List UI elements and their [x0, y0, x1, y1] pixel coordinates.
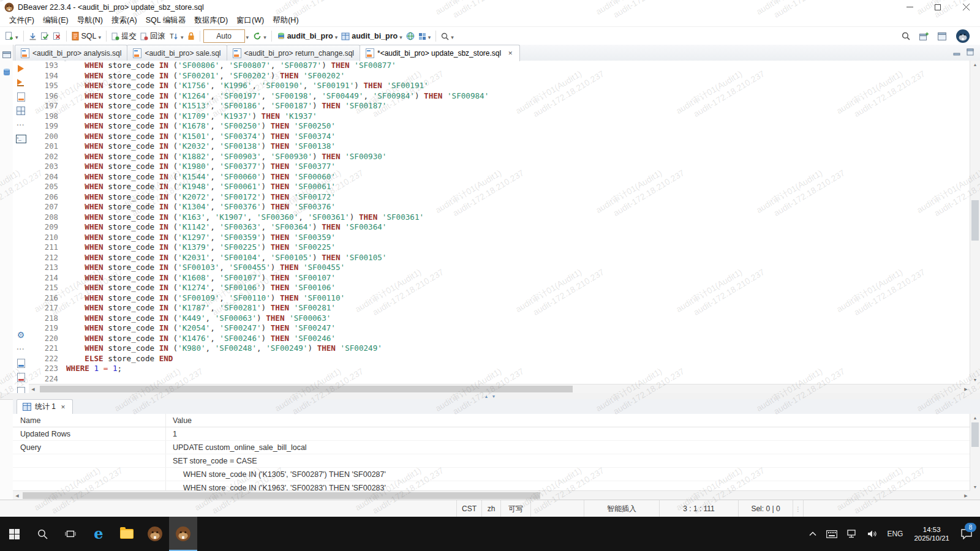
- result-value-cell[interactable]: WHEN store_code IN ('K1963', 'SF00283') …: [166, 481, 970, 490]
- more-actions-button[interactable]: ···: [16, 120, 26, 130]
- dbeaver-taskbar-button[interactable]: [141, 517, 169, 551]
- code-line[interactable]: WHEN store_code IN ('K2031', 'SF00104', …: [66, 253, 970, 263]
- isolation-combo[interactable]: Auto: [203, 29, 245, 43]
- quick-search-icon[interactable]: [900, 31, 912, 42]
- dbeaver-menu-button[interactable]: [954, 28, 972, 45]
- code-line[interactable]: WHEN store_code IN ('K1544', 'SF00060') …: [66, 172, 970, 182]
- isolation-combo-caret-icon[interactable]: [246, 31, 249, 42]
- scroll-up-arrow-icon[interactable]: ▲: [970, 414, 980, 421]
- code-line[interactable]: WHEN store_code IN ('K1274', 'SF00106') …: [66, 283, 970, 293]
- rollback-icon-button[interactable]: [51, 31, 63, 42]
- results-hscroll-thumb[interactable]: [23, 492, 540, 499]
- code-line[interactable]: WHEN store_code IN ('K163', 'K1907', 'SF…: [66, 212, 970, 223]
- splitter-down-arrow-icon[interactable]: ▼: [492, 394, 496, 399]
- language-indicator[interactable]: ENG: [882, 530, 908, 538]
- table-row[interactable]: QueryUPDATE custom_online_sale_bill_loca…: [13, 441, 970, 454]
- menu-item[interactable]: 文件(F): [5, 15, 39, 26]
- tab-close-icon[interactable]: [507, 50, 514, 57]
- open-console-button[interactable]: [16, 134, 26, 144]
- schema-selector[interactable]: audit_bi_pro: [339, 29, 404, 43]
- result-value-cell[interactable]: UPDATE custom_online_sale_bill_local: [166, 441, 970, 454]
- code-line[interactable]: WHEN store_code IN ('K1709', 'K1937') TH…: [66, 111, 970, 122]
- code-line[interactable]: WHEN store_code IN ('K1980', 'SF00377') …: [66, 162, 970, 172]
- menu-item[interactable]: 导航(N): [73, 15, 107, 26]
- scroll-down-arrow-icon[interactable]: ▼: [970, 376, 980, 384]
- editor-tab[interactable]: <audit_bi_pro> sale.sql: [127, 45, 227, 61]
- layout-grid-button[interactable]: [417, 29, 433, 43]
- network-icon[interactable]: [842, 530, 862, 538]
- code-line[interactable]: WHEN store_code IN ('K1882', 'SF00903', …: [66, 152, 970, 162]
- restore-view-icon[interactable]: [2, 50, 11, 61]
- code-line[interactable]: WHEN store_code IN ('K1948', 'SF00061') …: [66, 182, 970, 192]
- code-line[interactable]: WHEN store_code IN ('K1608', 'SF00107') …: [66, 273, 970, 283]
- code-line[interactable]: WHEN store_code IN ('K1142', 'SF00363', …: [66, 222, 970, 233]
- editor-tab[interactable]: <audit_bi_pro> return_change.sql: [227, 45, 360, 61]
- table-row[interactable]: WHEN store_code IN ('K1963', 'SF00283') …: [13, 481, 970, 490]
- menu-item[interactable]: SQL 编辑器: [141, 15, 190, 26]
- lock-button[interactable]: [186, 31, 197, 42]
- code-line[interactable]: WHEN store_code IN ('SF00109', 'SF00110'…: [66, 293, 970, 304]
- result-name-cell[interactable]: [13, 481, 166, 490]
- code-line[interactable]: WHEN store_code IN ('K1264', 'SF00197', …: [66, 91, 970, 102]
- globe-button[interactable]: [404, 31, 417, 42]
- scroll-up-arrow-icon[interactable]: ▲: [970, 61, 980, 69]
- code-line[interactable]: WHEN store_code IN ('K1304', 'SF00376') …: [66, 202, 970, 212]
- code-line[interactable]: WHEN store_code IN ('K1678', 'SF00250') …: [66, 121, 970, 132]
- connection-selector[interactable]: audit_bi_pro: [275, 29, 340, 43]
- database-navigator-icon[interactable]: [3, 68, 10, 79]
- code-line[interactable]: WHEN store_code IN ('K1297', 'SF00359') …: [66, 233, 970, 243]
- maximize-editor-area-button[interactable]: [967, 47, 974, 58]
- code-line[interactable]: WHEN store_code IN ('K2072', 'SF00172') …: [66, 192, 970, 203]
- code-line[interactable]: WHEN store_code IN ('SF00201', 'SF00202'…: [66, 71, 970, 81]
- scroll-down-arrow-icon[interactable]: ▼: [970, 483, 980, 490]
- results-horizontal-scrollbar[interactable]: ◀ ▶: [13, 490, 970, 500]
- editor-vscroll-thumb[interactable]: [971, 200, 979, 241]
- start-button[interactable]: [0, 517, 28, 551]
- touch-keyboard-icon[interactable]: [821, 530, 842, 538]
- code-line[interactable]: WHEN store_code IN ('K1756', 'K1996', 'S…: [66, 81, 970, 91]
- code-line[interactable]: WHEN store_code IN ('K980', 'SF00248', '…: [66, 343, 970, 354]
- table-row[interactable]: Updated Rows1: [13, 427, 970, 441]
- result-value-cell[interactable]: WHEN store_code IN ('K1305', 'SF00287') …: [166, 468, 970, 481]
- table-row[interactable]: SET store_code = CASE: [13, 454, 970, 468]
- toolbar-search-button[interactable]: [439, 29, 456, 43]
- commit-button[interactable]: 提交: [110, 30, 138, 43]
- commit-icon-button[interactable]: [39, 31, 51, 42]
- result-name-cell[interactable]: Updated Rows: [13, 427, 166, 440]
- code-line[interactable]: WHERE 1 = 1;: [66, 364, 970, 374]
- splitter-up-arrow-icon[interactable]: ▲: [484, 394, 489, 399]
- sql-editor-menu-button[interactable]: SQL: [70, 29, 104, 43]
- result-value-cell[interactable]: 1: [166, 427, 970, 440]
- taskbar-search-button[interactable]: [28, 517, 56, 551]
- execute-script-button[interactable]: [16, 78, 26, 88]
- results-vertical-scrollbar[interactable]: ▲ ▼: [970, 414, 980, 490]
- editor-tab[interactable]: <audit_bi_pro> analysis.sql: [15, 45, 127, 61]
- result-name-cell[interactable]: Query: [13, 441, 166, 454]
- code-line[interactable]: WHEN store_code IN ('K2032', 'SF00138') …: [66, 141, 970, 152]
- editor-horizontal-scrollbar[interactable]: ◀ ▶: [29, 384, 970, 394]
- close-button[interactable]: [952, 0, 980, 14]
- code-line[interactable]: ELSE store_code END: [66, 354, 970, 364]
- editor-tab[interactable]: *<audit_bi_pro> update_sbz_store.sql: [360, 45, 520, 61]
- tray-chevron-up-icon[interactable]: [804, 531, 821, 536]
- result-name-cell[interactable]: [13, 468, 166, 481]
- table-row[interactable]: WHEN store_code IN ('K1305', 'SF00287') …: [13, 468, 970, 481]
- code-line[interactable]: [66, 374, 970, 384]
- scroll-right-arrow-icon[interactable]: ▶: [962, 491, 970, 500]
- code-line[interactable]: WHEN store_code IN ('K1787', 'SF00281') …: [66, 303, 970, 313]
- refresh-button[interactable]: [251, 29, 268, 43]
- scroll-left-arrow-icon[interactable]: ◀: [29, 384, 37, 394]
- minimize-editor-area-button[interactable]: [953, 47, 960, 58]
- editor-hscroll-thumb[interactable]: [40, 386, 573, 392]
- scroll-right-arrow-icon[interactable]: ▶: [962, 384, 970, 394]
- results-vscroll-thumb[interactable]: [971, 422, 979, 447]
- statistics-tab[interactable]: 统计 1: [17, 399, 73, 414]
- result-name-cell[interactable]: [13, 454, 166, 467]
- result-grid-button[interactable]: [16, 106, 26, 116]
- sql-code-editor[interactable]: WHEN store_code IN ('SF00806', 'SF00807'…: [66, 61, 970, 384]
- minimize-button[interactable]: [895, 0, 924, 14]
- taskbar-clock[interactable]: 14:53 2025/10/21: [908, 525, 956, 542]
- code-line[interactable]: WHEN store_code IN ('K1476', 'SF00246') …: [66, 334, 970, 344]
- file-explorer-button[interactable]: [113, 517, 141, 551]
- new-object-button[interactable]: [3, 29, 20, 43]
